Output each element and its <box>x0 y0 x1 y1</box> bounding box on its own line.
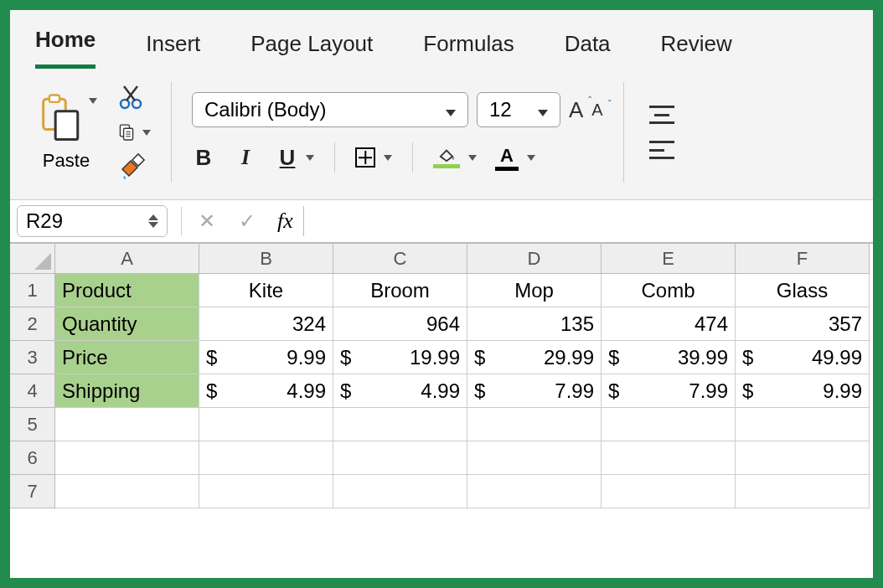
cell[interactable]: $49.99 <box>736 341 870 374</box>
cell[interactable]: Comb <box>602 274 736 307</box>
cell[interactable]: $4.99 <box>199 374 333 408</box>
cell[interactable]: $19.99 <box>333 341 467 374</box>
column-header[interactable]: A <box>55 244 199 274</box>
column-header[interactable]: F <box>736 244 870 274</box>
cell[interactable]: 357 <box>736 307 870 341</box>
cell[interactable]: Product <box>55 274 199 307</box>
cell[interactable] <box>55 408 199 441</box>
cell[interactable] <box>602 475 736 508</box>
column-header[interactable]: E <box>602 244 736 274</box>
row-header[interactable]: 1 <box>10 274 55 307</box>
font-family-select[interactable]: Calibri (Body) <box>192 92 468 127</box>
font-size-select[interactable]: 12 <box>477 92 560 127</box>
font-color-icon[interactable]: A <box>495 145 519 171</box>
cell[interactable] <box>333 441 467 475</box>
font-color-dropdown-icon[interactable] <box>524 150 535 165</box>
fill-dropdown-icon[interactable] <box>465 150 477 165</box>
row-header[interactable]: 4 <box>10 374 55 408</box>
increase-font-icon[interactable]: Aˆ <box>569 97 583 123</box>
font-group: Calibri (Body) 12 Aˆ Aˇ B I U <box>192 77 603 188</box>
cell[interactable]: $7.99 <box>467 374 602 408</box>
align-left-icon[interactable] <box>649 141 674 159</box>
row-header[interactable]: 5 <box>10 408 55 441</box>
tab-insert[interactable]: Insert <box>146 31 200 69</box>
cell[interactable] <box>333 408 467 441</box>
align-center-icon[interactable] <box>649 106 674 124</box>
row-header[interactable]: 7 <box>10 475 55 508</box>
cell[interactable] <box>199 475 333 508</box>
format-painter-icon[interactable] <box>117 152 151 183</box>
cell[interactable] <box>602 408 736 441</box>
paste-icon[interactable] <box>35 93 84 142</box>
italic-button[interactable]: I <box>234 145 257 170</box>
fx-label[interactable]: fx <box>267 209 303 234</box>
underline-dropdown-icon[interactable] <box>302 150 314 165</box>
bold-button[interactable]: B <box>192 145 215 171</box>
cell[interactable] <box>55 441 199 475</box>
cell[interactable]: 474 <box>602 307 736 341</box>
cell[interactable] <box>55 475 199 508</box>
column-header[interactable]: B <box>199 244 333 274</box>
tab-review[interactable]: Review <box>661 31 732 69</box>
cell[interactable] <box>736 441 870 475</box>
svg-rect-1 <box>49 95 59 101</box>
cell[interactable]: $29.99 <box>467 341 602 374</box>
paste-dropdown-icon[interactable] <box>85 93 97 108</box>
fill-color-icon[interactable] <box>433 147 460 168</box>
column-header[interactable]: C <box>333 244 467 274</box>
column-header[interactable]: D <box>467 244 602 274</box>
cell[interactable] <box>602 441 736 475</box>
cut-icon[interactable] <box>117 82 151 112</box>
cell[interactable]: Glass <box>736 274 870 307</box>
cell[interactable]: 964 <box>333 307 467 341</box>
cell[interactable]: Price <box>55 341 199 374</box>
clipboard-tools <box>117 77 151 188</box>
chevron-down-icon <box>441 98 456 121</box>
cell[interactable]: Kite <box>199 274 333 307</box>
cell[interactable]: Shipping <box>55 374 199 408</box>
cell[interactable]: $4.99 <box>333 374 467 408</box>
formula-input[interactable] <box>303 206 873 236</box>
cell[interactable] <box>199 408 333 441</box>
row-header[interactable]: 6 <box>10 441 55 475</box>
tab-home[interactable]: Home <box>35 27 96 69</box>
name-box[interactable]: R29 <box>17 205 168 237</box>
cell[interactable] <box>333 475 467 508</box>
cell[interactable]: $7.99 <box>602 374 736 408</box>
svg-rect-2 <box>55 111 78 140</box>
spreadsheet-grid: A B C D E F 1 Product Kite Broom Mop Com… <box>10 244 873 508</box>
divider <box>171 82 172 183</box>
copy-dropdown-icon[interactable] <box>139 125 151 140</box>
cell[interactable]: 135 <box>467 307 602 341</box>
cancel-formula-icon[interactable]: ✕ <box>187 209 227 233</box>
cell[interactable]: 324 <box>199 307 333 341</box>
paste-group: Paste <box>35 77 97 188</box>
select-all-corner[interactable] <box>10 244 55 274</box>
tab-page-layout[interactable]: Page Layout <box>250 31 373 69</box>
borders-icon[interactable] <box>355 147 375 168</box>
tab-formulas[interactable]: Formulas <box>423 31 514 69</box>
cell[interactable]: Mop <box>467 274 602 307</box>
underline-button[interactable]: U <box>276 145 299 171</box>
cell[interactable] <box>199 441 333 475</box>
cell[interactable]: $39.99 <box>602 341 736 374</box>
copy-icon[interactable] <box>117 117 151 147</box>
cell[interactable]: Quantity <box>55 307 199 341</box>
confirm-formula-icon[interactable]: ✓ <box>227 209 267 233</box>
cell[interactable]: $9.99 <box>199 341 333 374</box>
cell[interactable] <box>736 408 870 441</box>
svg-point-3 <box>121 100 129 108</box>
tab-data[interactable]: Data <box>565 31 611 69</box>
cell[interactable] <box>736 475 870 508</box>
row-header[interactable]: 3 <box>10 341 55 374</box>
cell[interactable]: Broom <box>333 274 467 307</box>
cell[interactable] <box>467 441 602 475</box>
cell[interactable]: $9.99 <box>736 374 870 408</box>
svg-point-4 <box>132 100 141 108</box>
row-header[interactable]: 2 <box>10 307 55 341</box>
decrease-font-icon[interactable]: Aˇ <box>591 101 602 120</box>
cell[interactable] <box>467 408 602 441</box>
namebox-spinner-icon[interactable] <box>148 214 158 228</box>
cell[interactable] <box>467 475 602 508</box>
borders-dropdown-icon[interactable] <box>380 150 392 165</box>
